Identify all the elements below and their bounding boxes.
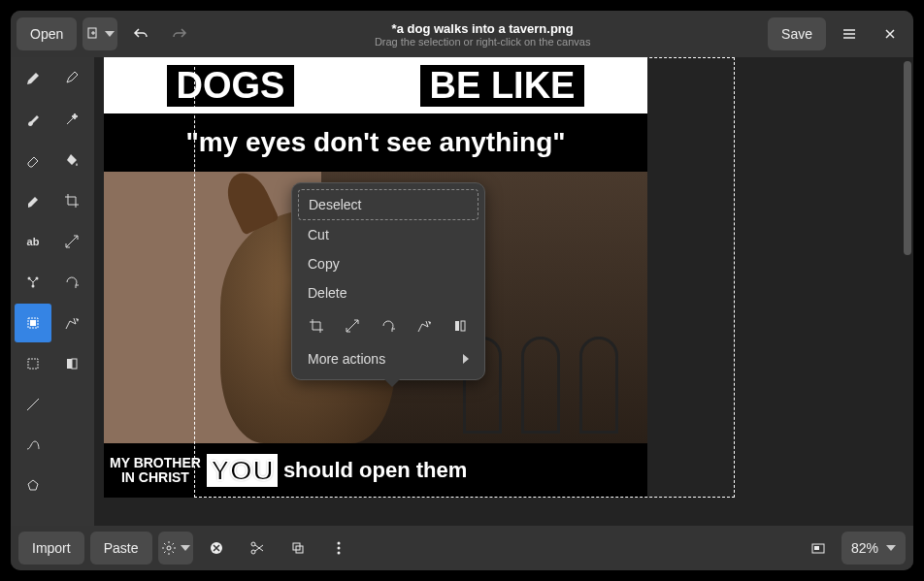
svg-point-16 <box>337 547 340 550</box>
svg-point-17 <box>337 552 340 555</box>
paste-button[interactable]: Paste <box>90 532 152 565</box>
delete-selection-button[interactable] <box>199 532 234 565</box>
zoom-dropdown[interactable]: 82% <box>842 532 906 565</box>
line-icon <box>25 397 41 412</box>
meme-text-bottom3: should open them <box>283 458 467 483</box>
minimap-icon <box>810 540 826 556</box>
copy-button[interactable] <box>280 532 315 565</box>
zoom-value: 82% <box>851 540 878 556</box>
scale-icon <box>345 318 360 334</box>
ctx-delete[interactable]: Delete <box>298 278 478 307</box>
new-file-icon <box>85 26 101 42</box>
vertical-scrollbar[interactable] <box>904 61 911 255</box>
svg-rect-20 <box>455 321 459 331</box>
flip-icon <box>452 318 468 334</box>
ctx-skew-button[interactable] <box>407 311 441 340</box>
svg-rect-5 <box>30 320 36 326</box>
ctx-cut[interactable]: Cut <box>298 220 478 249</box>
tool-filter[interactable] <box>53 344 90 383</box>
tool-wand[interactable] <box>53 100 90 139</box>
ctx-scale-button[interactable] <box>336 311 370 340</box>
svg-rect-6 <box>28 359 38 369</box>
tool-points[interactable] <box>15 263 51 302</box>
chevron-right-icon <box>463 354 469 364</box>
undo-icon <box>133 26 148 42</box>
tool-sidebar: ab <box>11 57 94 526</box>
tool-text[interactable]: ab <box>15 222 51 261</box>
cut-button[interactable] <box>240 532 275 565</box>
redo-icon <box>172 26 187 42</box>
crop-icon <box>309 318 324 334</box>
tool-curve[interactable] <box>15 426 51 465</box>
hamburger-menu-button[interactable] <box>832 17 867 50</box>
open-button[interactable]: Open <box>16 17 77 50</box>
tool-crop[interactable] <box>53 181 90 220</box>
close-icon <box>882 26 898 42</box>
tool-eyedropper[interactable] <box>53 59 90 98</box>
canvas-area[interactable]: DOGS BE LIKE "my eyes don't see anything… <box>94 57 913 526</box>
window-title: *a dog walks into a tavern.png <box>203 21 762 36</box>
svg-rect-19 <box>814 546 819 550</box>
save-button[interactable]: Save <box>768 17 826 50</box>
tool-free-select[interactable] <box>53 304 90 342</box>
svg-rect-21 <box>461 321 465 331</box>
svg-point-11 <box>251 542 255 546</box>
ctx-crop-button[interactable] <box>300 311 334 340</box>
redo-button[interactable] <box>162 17 197 50</box>
tool-brush[interactable] <box>15 100 51 139</box>
svg-point-12 <box>251 550 255 554</box>
free-select-icon <box>64 315 80 331</box>
meme-text-top2: BE LIKE <box>420 65 585 107</box>
tool-pencil[interactable] <box>15 59 51 98</box>
ctx-icon-row <box>298 307 478 344</box>
text-icon: ab <box>27 236 40 247</box>
ctx-deselect[interactable]: Deselect <box>298 189 478 220</box>
gear-icon <box>161 540 177 556</box>
tool-rect-select[interactable] <box>15 304 51 342</box>
scissors-icon <box>249 540 265 556</box>
close-button[interactable] <box>873 17 908 50</box>
tool-shape[interactable] <box>15 467 51 505</box>
tool-options-button[interactable] <box>158 532 193 565</box>
highlighter-icon <box>25 193 41 209</box>
ctx-more-actions[interactable]: More actions <box>298 344 478 373</box>
new-dropdown-button[interactable] <box>82 17 117 50</box>
bottombar: Import Paste 82% <box>11 526 913 570</box>
hamburger-icon <box>842 26 857 42</box>
copy-icon <box>290 540 306 556</box>
import-button[interactable]: Import <box>18 532 84 565</box>
color-select-icon <box>25 356 41 371</box>
svg-point-15 <box>337 542 340 545</box>
delete-icon <box>209 540 224 556</box>
filter-icon <box>64 356 80 371</box>
points-icon <box>25 274 41 290</box>
ctx-flip-button[interactable] <box>443 311 477 340</box>
tool-line[interactable] <box>15 385 51 424</box>
tool-color-select[interactable] <box>15 344 51 383</box>
undo-button[interactable] <box>123 17 158 50</box>
skew-icon <box>416 318 432 334</box>
context-menu: Deselect Cut Copy Delete More actions <box>291 182 485 380</box>
ctx-copy[interactable]: Copy <box>298 249 478 278</box>
meme-text-top1: DOGS <box>167 65 295 107</box>
minimap-button[interactable] <box>801 532 836 565</box>
tool-eraser[interactable] <box>15 141 51 179</box>
meme-text-mid: "my eyes don't see anything" <box>104 113 647 172</box>
resize-icon <box>64 234 80 249</box>
eyedropper-icon <box>64 71 80 86</box>
chevron-down-icon <box>886 545 896 551</box>
tool-highlighter[interactable] <box>15 181 51 220</box>
more-button[interactable] <box>321 532 356 565</box>
crop-icon <box>64 193 80 209</box>
svg-point-9 <box>167 546 171 550</box>
more-icon <box>331 540 346 556</box>
tool-fill[interactable] <box>53 141 90 179</box>
curve-icon <box>25 437 41 453</box>
tool-resize[interactable] <box>53 222 90 261</box>
tool-rotate[interactable] <box>53 263 90 302</box>
title-area: *a dog walks into a tavern.png Drag the … <box>203 21 762 48</box>
ctx-rotate-button[interactable] <box>372 311 406 340</box>
meme-text-you: YOU <box>207 454 278 487</box>
fill-icon <box>64 152 80 168</box>
pencil-icon <box>25 71 41 86</box>
